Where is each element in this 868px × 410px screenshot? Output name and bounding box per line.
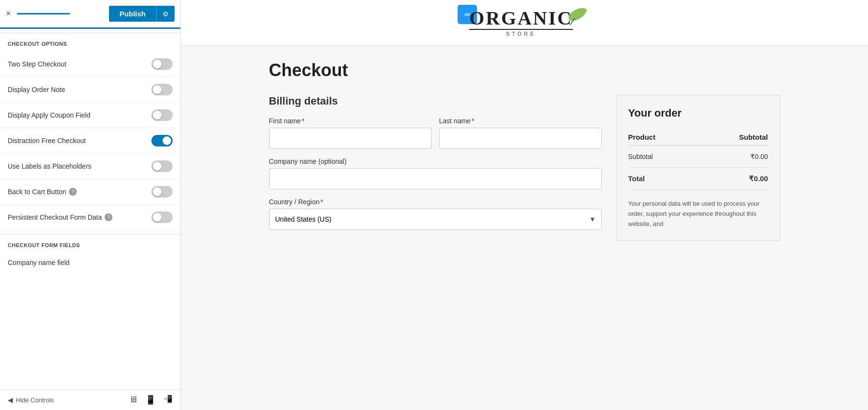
toggle-slider-back-to-cart [151, 186, 173, 198]
bottom-bar: ◀ Hide Controls 🖥 📱 📲 [0, 389, 180, 410]
option-label-display-apply-coupon: Display Apply Coupon Field [8, 111, 90, 119]
left-panel: × Publish ⚙ CHECKOUT OPTIONS Two Step Ch… [0, 0, 181, 410]
options-container: Two Step CheckoutDisplay Order NoteDispl… [0, 52, 180, 230]
total-label: Total [628, 168, 696, 190]
name-row: First name* Last name* [269, 117, 602, 149]
toggle-use-labels[interactable] [151, 160, 173, 172]
settings-button[interactable]: ⚙ [156, 6, 175, 22]
help-icon-back-to-cart[interactable]: ? [69, 188, 77, 196]
toggle-slider-display-apply-coupon [151, 109, 173, 121]
first-name-label: First name* [269, 117, 432, 125]
option-label-display-order-note: Display Order Note [8, 86, 65, 93]
subtotal-row: Subtotal ₹0.00 [628, 145, 768, 168]
option-label-two-step: Two Step Checkout [8, 60, 66, 68]
checkout-options-header: CHECKOUT OPTIONS [0, 33, 180, 52]
last-name-label: Last name* [439, 117, 602, 125]
device-icons: 🖥 📱 📲 [129, 395, 173, 405]
country-select-wrapper: United States (US) ▼ [269, 209, 602, 230]
toggle-slider-distraction-free [151, 135, 173, 146]
logo-store-text: STORE [469, 29, 572, 37]
option-row-persistent-form: Persistent Checkout Form Data? [0, 205, 180, 230]
option-label-distraction-free: Distraction Free Checkout [8, 137, 86, 145]
order-summary: Your order Product Subtotal Subtotal ₹0.… [616, 95, 780, 241]
country-row: Country / Region* United States (US) ▼ [269, 198, 602, 230]
last-name-required: * [472, 117, 474, 125]
first-name-required: * [302, 117, 304, 125]
option-row-two-step: Two Step Checkout [0, 52, 180, 77]
billing-section: Billing details First name* Last name* [269, 95, 602, 238]
toggle-slider-persistent-form [151, 212, 173, 223]
close-button[interactable]: × [6, 9, 11, 19]
company-label: Company name (optional) [269, 158, 602, 165]
company-group: Company name (optional) [269, 158, 602, 189]
toggle-two-step[interactable] [151, 58, 173, 70]
order-table: Product Subtotal Subtotal ₹0.00 Total ₹0… [628, 129, 768, 190]
subtotal-value: ₹0.00 [696, 145, 768, 168]
hide-controls-arrow: ◀ [8, 396, 13, 404]
mobile-icon[interactable]: 📲 [163, 395, 173, 405]
company-input[interactable] [269, 168, 602, 189]
checkout-layout: Billing details First name* Last name* [269, 95, 780, 241]
country-select[interactable]: United States (US) [269, 209, 602, 230]
hide-controls-label: Hide Controls [16, 397, 54, 404]
first-name-input[interactable] [269, 128, 432, 149]
toggle-distraction-free[interactable] [151, 135, 173, 146]
logo-text: Organic [469, 9, 572, 28]
hide-controls-btn[interactable]: ◀ Hide Controls [8, 396, 54, 404]
privacy-text: Your personal data will be used to proce… [628, 199, 768, 229]
option-row-use-labels: Use Labels as Placeholders [0, 154, 180, 179]
option-label-back-to-cart: Back to Cart Button [8, 188, 66, 196]
toggle-slider-two-step [151, 58, 173, 70]
publish-area: Publish ⚙ [109, 6, 175, 22]
checkout-content: Checkout Billing details First name* La [259, 46, 790, 255]
page-title: Checkout [269, 60, 780, 80]
top-bar: × Publish ⚙ [0, 0, 180, 29]
option-label-use-labels: Use Labels as Placeholders [8, 162, 92, 170]
publish-button[interactable]: Publish [109, 6, 156, 22]
company-row: Company name (optional) [269, 158, 602, 189]
option-row-back-to-cart: Back to Cart Button? [0, 179, 180, 205]
site-header: ✏ Organic STORE [181, 0, 868, 46]
option-row-distraction-free: Distraction Free Checkout [0, 128, 180, 154]
toggle-persistent-form[interactable] [151, 212, 173, 223]
desktop-icon[interactable]: 🖥 [129, 395, 137, 405]
billing-title: Billing details [269, 95, 602, 107]
option-label-persistent-form: Persistent Checkout Form Data [8, 213, 102, 221]
toggle-slider-display-order-note [151, 84, 173, 95]
country-group: Country / Region* United States (US) ▼ [269, 198, 602, 230]
total-value: ₹0.00 [696, 168, 768, 190]
order-title: Your order [628, 107, 768, 119]
help-icon-persistent-form[interactable]: ? [105, 213, 112, 221]
country-label: Country / Region* [269, 198, 602, 206]
option-row-display-order-note: Display Order Note [0, 77, 180, 103]
toggle-back-to-cart[interactable] [151, 186, 173, 198]
checkout-form-fields-header: CHECKOUT FORM FIELDS [0, 234, 180, 253]
logo: ✏ Organic STORE [460, 9, 589, 37]
toggle-display-apply-coupon[interactable] [151, 109, 173, 121]
subtotal-col-header: Subtotal [696, 129, 768, 145]
tablet-icon[interactable]: 📱 [145, 395, 156, 405]
last-name-input[interactable] [439, 128, 602, 149]
option-row-display-apply-coupon: Display Apply Coupon Field [0, 103, 180, 128]
right-panel: ✏ Organic STORE Checkout B [181, 0, 868, 410]
country-required: * [321, 198, 323, 206]
toggle-display-order-note[interactable] [151, 84, 173, 95]
toggle-slider-use-labels [151, 160, 173, 172]
total-row: Total ₹0.00 [628, 168, 768, 190]
company-name-field-label: Company name field [0, 253, 180, 270]
product-col-header: Product [628, 129, 696, 145]
last-name-group: Last name* [439, 117, 602, 149]
subtotal-label: Subtotal [628, 145, 696, 168]
first-name-group: First name* [269, 117, 432, 149]
